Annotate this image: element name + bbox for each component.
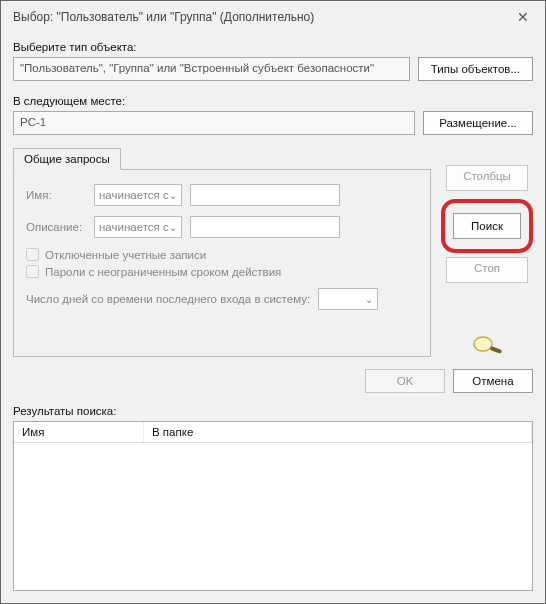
content-area: Выберите тип объекта: "Пользователь", "Г…	[1, 33, 545, 357]
location-label: В следующем месте:	[13, 95, 533, 107]
search-button[interactable]: Поиск	[453, 213, 521, 239]
description-label: Описание:	[26, 221, 86, 233]
columns-button[interactable]: Столбцы	[446, 165, 528, 191]
side-button-stack: Столбцы Поиск Стоп	[441, 169, 533, 357]
object-type-label: Выберите тип объекта:	[13, 41, 533, 53]
svg-rect-1	[490, 346, 503, 354]
object-type-input[interactable]: "Пользователь", "Группа" или "Встроенный…	[13, 57, 410, 81]
titlebar: Выбор: "Пользователь" или "Группа" (Допо…	[1, 1, 545, 33]
chevron-down-icon: ⌄	[169, 222, 177, 233]
nonexpiring-passwords-label: Пароли с неограниченным сроком действия	[45, 266, 281, 278]
name-label: Имя:	[26, 189, 86, 201]
days-since-login-select[interactable]: ⌄	[318, 288, 378, 310]
results-header: Имя В папке	[14, 422, 532, 443]
days-since-login-label: Число дней со времени последнего входа в…	[26, 293, 310, 305]
results-label: Результаты поиска:	[1, 405, 545, 421]
svg-point-0	[474, 337, 492, 351]
disabled-accounts-checkbox[interactable]	[26, 248, 39, 261]
magnifier-icon	[469, 333, 505, 357]
column-name[interactable]: Имя	[14, 422, 144, 442]
ok-button[interactable]: OK	[365, 369, 445, 393]
search-callout: Поиск	[441, 199, 533, 253]
name-value-input[interactable]	[190, 184, 340, 206]
close-icon[interactable]: ✕	[511, 9, 535, 25]
dialog-window: Выбор: "Пользователь" или "Группа" (Допо…	[0, 0, 546, 604]
window-title: Выбор: "Пользователь" или "Группа" (Допо…	[13, 10, 314, 24]
description-mode-value: начинается с	[99, 221, 169, 233]
nonexpiring-passwords-checkbox[interactable]	[26, 265, 39, 278]
results-body	[14, 443, 532, 590]
tab-panel: Имя: начинается с ⌄ Описание: начинается…	[13, 169, 431, 357]
cancel-button[interactable]: Отмена	[453, 369, 533, 393]
locations-button[interactable]: Размещение...	[423, 111, 533, 135]
column-folder[interactable]: В папке	[144, 422, 532, 442]
stop-button[interactable]: Стоп	[446, 257, 528, 283]
results-table: Имя В папке	[13, 421, 533, 591]
chevron-down-icon: ⌄	[169, 190, 177, 201]
name-mode-value: начинается с	[99, 189, 169, 201]
description-value-input[interactable]	[190, 216, 340, 238]
tab-common-queries[interactable]: Общие запросы	[13, 148, 121, 170]
dialog-footer: OK Отмена	[1, 357, 545, 405]
name-mode-select[interactable]: начинается с ⌄	[94, 184, 182, 206]
chevron-down-icon: ⌄	[365, 294, 373, 305]
disabled-accounts-label: Отключенные учетные записи	[45, 249, 206, 261]
location-input[interactable]: PC-1	[13, 111, 415, 135]
description-mode-select[interactable]: начинается с ⌄	[94, 216, 182, 238]
object-types-button[interactable]: Типы объектов...	[418, 57, 533, 81]
